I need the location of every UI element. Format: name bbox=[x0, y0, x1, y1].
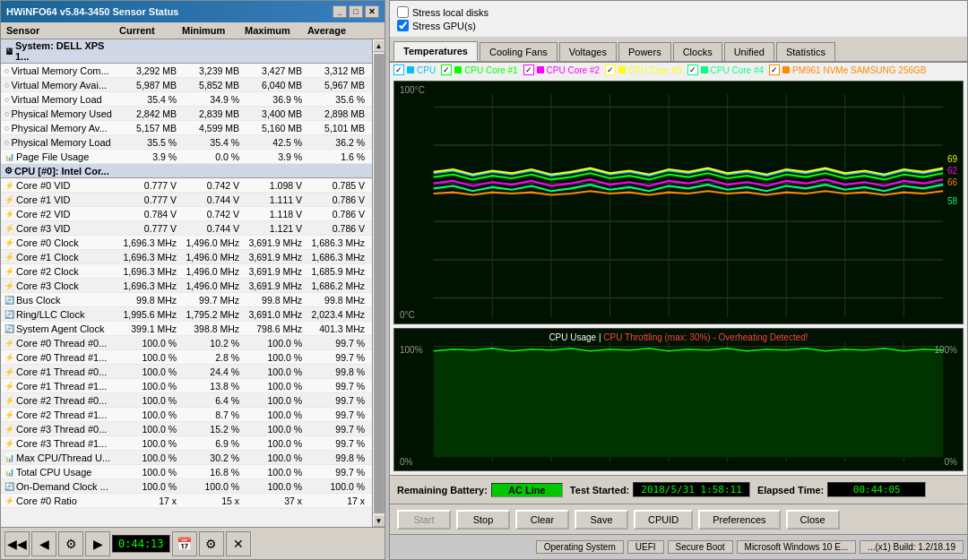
table-row[interactable]: ⚡Core #1 Thread #1...100.0 %13.8 %100.0 … bbox=[1, 379, 372, 393]
sensor-name-cell: 🔄Ring/LLC Clock bbox=[4, 309, 117, 320]
toolbar-btn-prev[interactable]: ◀ bbox=[31, 531, 56, 556]
table-row[interactable]: 🔄Bus Clock99.8 MHz99.7 MHz99.8 MHz99.8 M… bbox=[1, 293, 372, 307]
legend-color-dot bbox=[782, 66, 790, 73]
tab-temperatures[interactable]: Temperatures bbox=[393, 41, 478, 61]
scroll-up-arrow[interactable]: ▲ bbox=[373, 39, 385, 52]
table-row[interactable]: ⚡Core #0 VID0.777 V0.742 V1.098 V0.785 V bbox=[1, 178, 372, 193]
temp-y-bottom: 0°C bbox=[400, 310, 415, 320]
preferences-button[interactable]: Preferences bbox=[698, 510, 780, 530]
toolbar-btn-settings[interactable]: ⚙ bbox=[199, 531, 224, 556]
sensor-value-cell: 0.784 V bbox=[117, 209, 180, 220]
table-row[interactable]: ○Physical Memory Used2,842 MB2,839 MB3,4… bbox=[1, 107, 372, 121]
table-row[interactable]: ⚡Core #1 Clock1,696.3 MHz1,496.0 MHz3,69… bbox=[1, 250, 372, 264]
table-row[interactable]: ○Physical Memory Av...5,157 MB4,599 MB5,… bbox=[1, 121, 372, 135]
table-row[interactable]: 🔄On-Demand Clock ...100.0 %100.0 %100.0 … bbox=[1, 479, 372, 494]
legend-checkbox[interactable]: ✓ bbox=[523, 65, 534, 75]
tab-statistics[interactable]: Statistics bbox=[776, 42, 835, 61]
legend-checkbox[interactable]: ✓ bbox=[605, 65, 616, 75]
minimize-button[interactable]: _ bbox=[333, 5, 347, 18]
start-button[interactable]: Start bbox=[397, 510, 451, 530]
table-row[interactable]: ⚡Core #0 Ratio17 x15 x37 x17 x bbox=[1, 494, 372, 508]
table-row[interactable]: ⚡Core #0 Clock1,696.3 MHz1,496.0 MHz3,69… bbox=[1, 236, 372, 250]
sensor-value-cell: 398.8 MHz bbox=[180, 323, 243, 334]
toolbar-time: 0:44:13 bbox=[112, 535, 170, 553]
legend-item: ✓ PM961 NVMe SAMSUNG 256GB bbox=[769, 65, 927, 75]
close-button[interactable]: Close bbox=[786, 510, 840, 530]
table-row[interactable]: ⚡Core #3 Thread #0...100.0 %15.2 %100.0 … bbox=[1, 422, 372, 436]
stop-button[interactable]: Stop bbox=[456, 510, 510, 530]
legend-checkbox[interactable]: ✓ bbox=[687, 65, 698, 75]
table-row[interactable]: ○Virtual Memory Com...3,292 MB3,239 MB3,… bbox=[1, 64, 372, 78]
sensor-value-cell: 99.8 MHz bbox=[243, 295, 306, 306]
table-row[interactable]: ⚡Core #1 Thread #0...100.0 %24.4 %100.0 … bbox=[1, 365, 372, 379]
sensor-name-cell: ⚡Core #3 VID bbox=[4, 223, 117, 234]
table-row[interactable]: 📊Total CPU Usage100.0 %16.8 %100.0 %99.7… bbox=[1, 465, 372, 479]
table-row[interactable]: ⚡Core #2 Thread #0...100.0 %6.4 %100.0 %… bbox=[1, 393, 372, 408]
toolbar-btn-close[interactable]: ✕ bbox=[226, 531, 251, 556]
sensor-name-cell: ⚡Core #3 Clock bbox=[4, 280, 117, 291]
legend-checkbox[interactable]: ✓ bbox=[769, 65, 780, 75]
table-row[interactable]: 🔄System Agent Clock399.1 MHz398.8 MHz798… bbox=[1, 322, 372, 336]
sensor-value-cell: 100.0 % bbox=[117, 338, 180, 349]
save-button[interactable]: Save bbox=[575, 510, 628, 530]
close-button[interactable]: ✕ bbox=[365, 5, 379, 18]
stress-gpus-checkbox[interactable] bbox=[397, 20, 409, 31]
sensor-value-cell: 100.0 % bbox=[117, 409, 180, 420]
tab-cooling-fans[interactable]: Cooling Fans bbox=[480, 42, 557, 61]
table-row[interactable]: ○Virtual Memory Avai...5,987 MB5,852 MB6… bbox=[1, 78, 372, 92]
tab-powers[interactable]: Powers bbox=[618, 42, 671, 61]
sensor-value-cell: 1,696.3 MHz bbox=[117, 280, 180, 291]
table-row[interactable]: 📊Max CPU/Thread U...100.0 %30.2 %100.0 %… bbox=[1, 451, 372, 465]
scrollbar[interactable]: ▲ ▼ bbox=[372, 39, 385, 527]
table-row[interactable]: ⚡Core #3 Thread #1...100.0 %6.9 %100.0 %… bbox=[1, 436, 372, 451]
scroll-down-arrow[interactable]: ▼ bbox=[373, 514, 385, 527]
table-row[interactable]: ○Physical Memory Load35.5 %35.4 %42.5 %3… bbox=[1, 135, 372, 150]
tab-clocks[interactable]: Clocks bbox=[673, 42, 722, 61]
sensor-name-cell: ⚡Core #1 Thread #1... bbox=[4, 381, 117, 392]
elapsed-label: Elapsed Time: bbox=[757, 485, 824, 495]
temp-y-top: 100°C bbox=[400, 85, 425, 95]
toolbar-btn-calendar[interactable]: 📅 bbox=[172, 531, 197, 556]
sensor-table-header: Sensor Current Minimum Maximum Average bbox=[1, 22, 385, 39]
sensor-scroll[interactable]: 🖥 System: DELL XPS 1...○Virtual Memory C… bbox=[1, 39, 372, 527]
sensor-value-cell: 0.786 V bbox=[306, 223, 368, 234]
table-row[interactable]: 🔄Ring/LLC Clock1,995.6 MHz1,795.2 MHz3,6… bbox=[1, 307, 372, 322]
table-row[interactable]: ⚡Core #3 VID0.777 V0.744 V1.121 V0.786 V bbox=[1, 221, 372, 236]
bottom-toolbar: ◀◀ ◀ ⚙ ▶ 0:44:13 📅 ⚙ ✕ bbox=[1, 527, 385, 559]
maximize-button[interactable]: □ bbox=[349, 5, 363, 18]
table-row[interactable]: ⚡Core #1 VID0.777 V0.744 V1.111 V0.786 V bbox=[1, 193, 372, 207]
sensor-name-cell: ⚡Core #2 Clock bbox=[4, 266, 117, 277]
tab-unified[interactable]: Unified bbox=[724, 42, 774, 61]
table-row[interactable]: ⚡Core #2 VID0.784 V0.742 V1.118 V0.786 V bbox=[1, 207, 372, 221]
sensor-value-cell: 99.7 % bbox=[306, 381, 368, 392]
sensor-value-cell: 1.111 V bbox=[243, 194, 306, 205]
tab-voltages[interactable]: Voltages bbox=[559, 42, 617, 61]
usage-y-top-right: 100% bbox=[934, 345, 957, 355]
clear-button[interactable]: Clear bbox=[515, 510, 569, 530]
table-row[interactable]: 📊Page File Usage3.9 %0.0 %3.9 %1.6 % bbox=[1, 150, 372, 164]
table-row[interactable]: ⚡Core #3 Clock1,696.3 MHz1,496.0 MHz3,69… bbox=[1, 279, 372, 293]
sensor-value-cell: 5,160 MB bbox=[243, 123, 306, 134]
scroll-thumb[interactable] bbox=[373, 53, 385, 513]
sensor-value-cell: 100.0 % bbox=[243, 366, 306, 377]
table-row[interactable]: ⚡Core #0 Thread #1...100.0 %2.8 %100.0 %… bbox=[1, 350, 372, 365]
sensor-name-cell: ○Physical Memory Av... bbox=[4, 123, 117, 134]
legend-checkbox[interactable]: ✓ bbox=[441, 65, 452, 75]
sensor-value-cell: 100.0 % bbox=[117, 352, 180, 363]
sensor-value-cell: 17 x bbox=[117, 495, 180, 506]
cpuid-button[interactable]: CPUID bbox=[634, 510, 693, 530]
sensor-value-cell: 99.7 % bbox=[306, 409, 368, 420]
stress-local-disks-checkbox[interactable] bbox=[397, 6, 409, 18]
table-row[interactable]: ⚡Core #2 Clock1,696.3 MHz1,496.0 MHz3,69… bbox=[1, 264, 372, 279]
table-row[interactable]: ○Virtual Memory Load35.4 %34.9 %36.9 %35… bbox=[1, 92, 372, 107]
table-row[interactable]: ⚡Core #0 Thread #0...100.0 %10.2 %100.0 … bbox=[1, 336, 372, 350]
table-row[interactable]: ⚡Core #2 Thread #1...100.0 %8.7 %100.0 %… bbox=[1, 408, 372, 422]
temp-val-4: 58 bbox=[947, 196, 957, 206]
toolbar-btn-back[interactable]: ◀◀ bbox=[4, 531, 30, 556]
sensor-value-cell: 1,686.3 MHz bbox=[306, 237, 368, 248]
sensor-value-cell: 3,691.9 MHz bbox=[243, 237, 306, 248]
toolbar-btn-fan[interactable]: ⚙ bbox=[58, 531, 83, 556]
toolbar-btn-forward[interactable]: ▶ bbox=[85, 531, 110, 556]
usage-y-bottom-left: 0% bbox=[400, 457, 412, 467]
legend-checkbox[interactable]: ✓ bbox=[393, 65, 404, 75]
